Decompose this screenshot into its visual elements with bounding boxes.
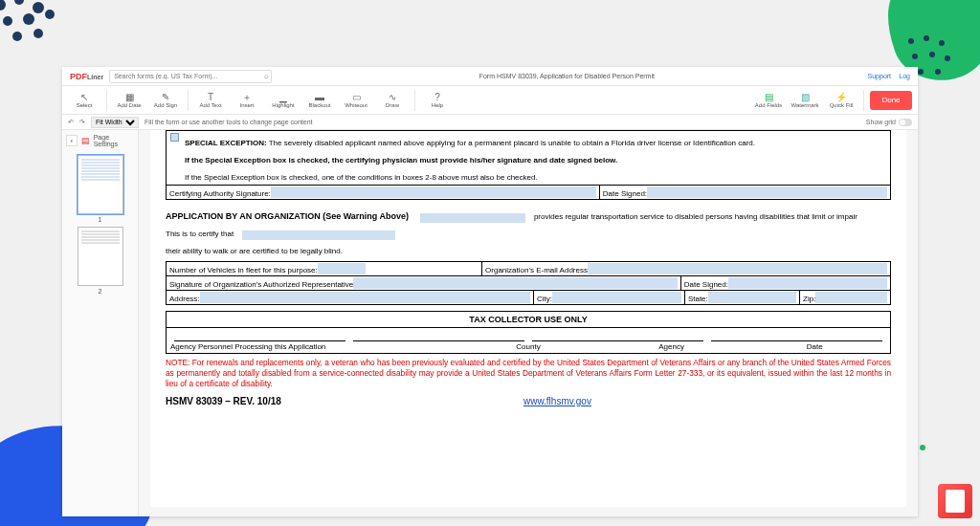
org-title: APPLICATION BY AN ORGANIZATION (See Warn…: [166, 208, 409, 222]
canvas[interactable]: SPECIAL EXCEPTION: The severely disabled…: [139, 130, 918, 516]
brand-pdf: PDF: [70, 72, 87, 81]
cert-sig-field[interactable]: [271, 186, 596, 198]
search-icon: ⌕: [264, 72, 269, 80]
calendar-icon: ▦: [125, 93, 134, 102]
separator: [414, 90, 415, 111]
svg-point-12: [929, 52, 935, 57]
svg-point-11: [912, 54, 918, 59]
blackout-tool[interactable]: ▬Blackout: [303, 88, 336, 113]
vehicles-field[interactable]: [318, 263, 366, 274]
brand-liner: Liner: [87, 74, 103, 80]
tax-county-label: County: [457, 342, 600, 351]
flhsmv-link[interactable]: www.flhsmv.gov: [523, 396, 591, 406]
add-date-tool[interactable]: ▦Add Date: [113, 88, 145, 113]
address-field[interactable]: [200, 292, 530, 303]
quick-fill-tool[interactable]: ⚡Quick Fill: [825, 92, 858, 108]
svg-point-4: [23, 13, 34, 25]
org-certify-label: This is to certify that: [166, 230, 234, 238]
top-links: Support Log: [862, 72, 910, 80]
state-field[interactable]: [708, 292, 796, 303]
org-date-field[interactable]: [728, 277, 887, 289]
plus-icon: ＋: [242, 93, 252, 102]
zip-label: Zip:: [803, 295, 815, 303]
add-fields-tool[interactable]: ▤Add Fields: [752, 92, 785, 108]
fields-icon: ▤: [765, 92, 773, 102]
special-exception-label: SPECIAL EXCEPTION:: [185, 139, 267, 147]
svg-point-8: [908, 38, 914, 44]
svg-point-6: [12, 32, 22, 41]
special-exception-bold: If the Special Exception box is checked,…: [185, 156, 617, 164]
subbar-hint: Fill the form or use another tools to ch…: [145, 119, 313, 125]
special-exception-note: If the Special Exception box is checked,…: [185, 173, 538, 182]
page-thumbnail-2[interactable]: [78, 227, 123, 286]
svg-point-13: [945, 55, 950, 61]
org-email-label: Organization's E-mail Address: [485, 266, 588, 274]
whiteout-tool[interactable]: ▭Whiteout: [340, 88, 372, 113]
org-section: APPLICATION BY AN ORGANIZATION (See Warn…: [166, 206, 891, 257]
add-text-tool[interactable]: TAdd Text: [194, 88, 227, 113]
page-thumbnail-1[interactable]: [78, 155, 123, 214]
org-form-block: Number of Vehicles in fleet for this pur…: [166, 261, 891, 305]
svg-point-1: [14, 0, 24, 5]
insert-tool[interactable]: ＋Insert: [231, 88, 263, 113]
svg-point-5: [45, 10, 55, 19]
separator: [863, 90, 864, 111]
zoom-select[interactable]: Fit Width: [91, 117, 139, 128]
org-title-field[interactable]: [420, 213, 525, 223]
tax-line-2[interactable]: [353, 331, 524, 341]
tax-agency-label: Agency: [600, 342, 744, 351]
pdf-badge-icon: [938, 484, 972, 518]
vehicles-label: Number of Vehicles in fleet for this pur…: [169, 266, 318, 274]
separator: [106, 90, 107, 111]
support-link[interactable]: Support: [868, 73, 892, 79]
toolbar: ↖Select ▦Add Date ✎Add Sign TAdd Text ＋I…: [62, 86, 918, 115]
collapse-sidebar-button[interactable]: ‹: [66, 135, 78, 146]
watermark-icon: ▧: [801, 92, 810, 102]
brand-logo: PDFLiner: [70, 72, 103, 81]
blackout-icon: ▬: [315, 93, 324, 102]
cert-date-label: Date Signed:: [603, 189, 647, 198]
org-certify-field[interactable]: [242, 230, 395, 240]
org-email-field[interactable]: [588, 263, 887, 274]
tax-line-4[interactable]: [711, 331, 882, 341]
tax-body: Agency Personnel Processing this Applica…: [166, 327, 891, 354]
svg-point-10: [939, 40, 945, 46]
address-label: Address:: [169, 295, 200, 303]
svg-point-14: [918, 69, 924, 75]
undo-icon[interactable]: ↶: [68, 119, 74, 126]
tax-line-3[interactable]: [532, 331, 703, 341]
redo-icon[interactable]: ↷: [79, 119, 85, 126]
page-settings-label[interactable]: Page Settings: [94, 134, 134, 147]
form-page: SPECIAL EXCEPTION: The severely disabled…: [150, 130, 906, 507]
toggle-icon: [899, 119, 912, 126]
special-exception-checkbox[interactable]: [170, 133, 179, 142]
cursor-icon: ↖: [80, 93, 88, 102]
document-title: Form HSMV 83039, Application for Disable…: [278, 73, 856, 79]
special-exception-section: SPECIAL EXCEPTION: The severely disabled…: [166, 130, 891, 200]
svg-point-17: [920, 445, 925, 450]
separator: [188, 90, 189, 111]
sign-icon: ✎: [162, 93, 169, 102]
select-tool[interactable]: ↖Select: [68, 88, 100, 113]
show-grid-toggle[interactable]: Show grid: [866, 119, 912, 126]
tax-date-label: Date: [743, 342, 886, 351]
bolt-icon: ⚡: [835, 92, 847, 102]
cert-sig-label: Certifying Authority Signature:: [169, 189, 271, 198]
footer-row: HSMV 83039 – REV. 10/18 www.flhsmv.gov: [166, 396, 891, 406]
state-label: State:: [688, 295, 708, 303]
org-sig-field[interactable]: [353, 277, 677, 289]
add-sign-tool[interactable]: ✎Add Sign: [149, 88, 182, 113]
log-link[interactable]: Log: [899, 73, 910, 79]
draw-tool[interactable]: ∿Draw: [376, 88, 409, 113]
topbar: PDFLiner ⌕ Form HSMV 83039, Application …: [62, 67, 918, 86]
highlight-tool[interactable]: ▁Highlight: [267, 88, 300, 113]
city-field[interactable]: [552, 292, 681, 303]
subbar: ↶ ↷ Fit Width Fill the form or use anoth…: [62, 115, 918, 130]
help-tool[interactable]: ?Help: [421, 88, 454, 113]
cert-date-field[interactable]: [647, 186, 887, 198]
zip-field[interactable]: [815, 292, 887, 303]
watermark-tool[interactable]: ▧Watermark: [789, 92, 821, 108]
done-button[interactable]: Done: [870, 91, 912, 110]
search-input[interactable]: [109, 70, 272, 83]
tax-line-1[interactable]: [174, 331, 345, 341]
